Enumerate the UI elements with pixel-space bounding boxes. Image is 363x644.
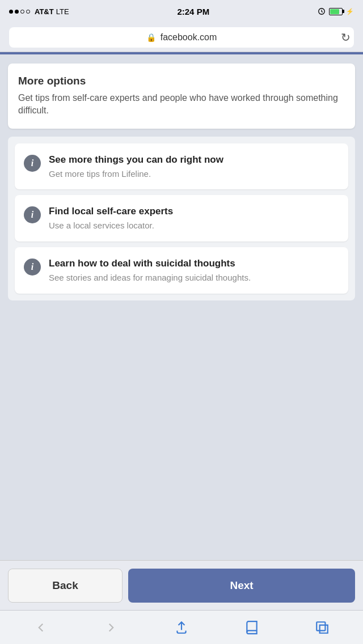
charging-icon: ⚡ — [346, 8, 354, 15]
option-item-1[interactable]: i See more things you can do right now G… — [15, 143, 348, 190]
bottom-buttons: Back Next — [0, 560, 363, 610]
svg-rect-1 — [316, 622, 325, 630]
option-text-3: Learn how to deal with suicidal thoughts… — [49, 257, 339, 283]
info-icon-1: i — [24, 155, 41, 172]
back-nav-button[interactable] — [27, 613, 55, 642]
chevron-left-icon — [33, 620, 48, 635]
browser-toolbar — [0, 610, 363, 644]
battery-fill — [330, 9, 339, 14]
main-content: More options Get tips from self-care exp… — [0, 54, 363, 560]
option-subtitle-1: Get more tips from Lifeline. — [49, 168, 339, 180]
tabs-button[interactable] — [308, 613, 336, 642]
share-button[interactable] — [167, 613, 196, 642]
signal-dot-1 — [9, 10, 13, 14]
carrier-name: AT&T — [35, 7, 54, 16]
signal-dot-2 — [15, 10, 19, 14]
option-title-1: See more things you can do right now — [49, 154, 339, 166]
signal-dots — [9, 10, 30, 14]
bookmarks-button[interactable] — [238, 613, 266, 642]
network-type: LTE — [56, 7, 69, 16]
tabs-icon — [315, 620, 330, 635]
forward-nav-button[interactable] — [97, 613, 125, 642]
info-icon-3: i — [24, 259, 41, 276]
option-subtitle-2: Use a local services locator. — [49, 220, 339, 231]
more-options-card: More options Get tips from self-care exp… — [8, 63, 355, 129]
back-button[interactable]: Back — [8, 569, 123, 603]
option-title-2: Find local self-care experts — [49, 205, 339, 218]
signal-dot-3 — [20, 10, 24, 14]
status-bar: AT&T LTE 2:24 PM ⚡ — [0, 0, 363, 23]
option-item-2[interactable]: i Find local self-care experts Use a loc… — [15, 195, 348, 242]
url-field[interactable]: 🔒 facebook.com — [9, 27, 354, 48]
status-left: AT&T LTE — [9, 7, 69, 16]
reload-button[interactable]: ↻ — [341, 31, 351, 44]
options-list: i See more things you can do right now G… — [8, 137, 355, 300]
address-bar: 🔒 facebook.com ↻ — [0, 23, 363, 52]
battery-icon — [329, 8, 343, 15]
url-text: facebook.com — [161, 32, 217, 43]
option-text-2: Find local self-care experts Use a local… — [49, 205, 339, 231]
book-icon — [244, 620, 259, 635]
option-title-3: Learn how to deal with suicidal thoughts — [49, 257, 339, 270]
status-time: 2:24 PM — [177, 7, 209, 16]
info-icon-2: i — [24, 206, 41, 223]
card-title: More options — [18, 75, 345, 87]
share-icon — [174, 620, 189, 635]
signal-dot-4 — [26, 10, 30, 14]
option-text-1: See more things you can do right now Get… — [49, 154, 339, 180]
status-right: ⚡ — [318, 7, 354, 16]
chevron-right-icon — [104, 620, 119, 635]
option-item-3[interactable]: i Learn how to deal with suicidal though… — [15, 247, 348, 294]
next-button[interactable]: Next — [128, 569, 355, 603]
card-description: Get tips from self-care experts and peop… — [18, 92, 345, 117]
ssl-lock-icon: 🔒 — [146, 33, 156, 42]
battery-indicator — [329, 8, 343, 15]
orientation-lock-icon — [318, 7, 326, 16]
option-subtitle-3: See stories and ideas for managing suici… — [49, 272, 339, 283]
